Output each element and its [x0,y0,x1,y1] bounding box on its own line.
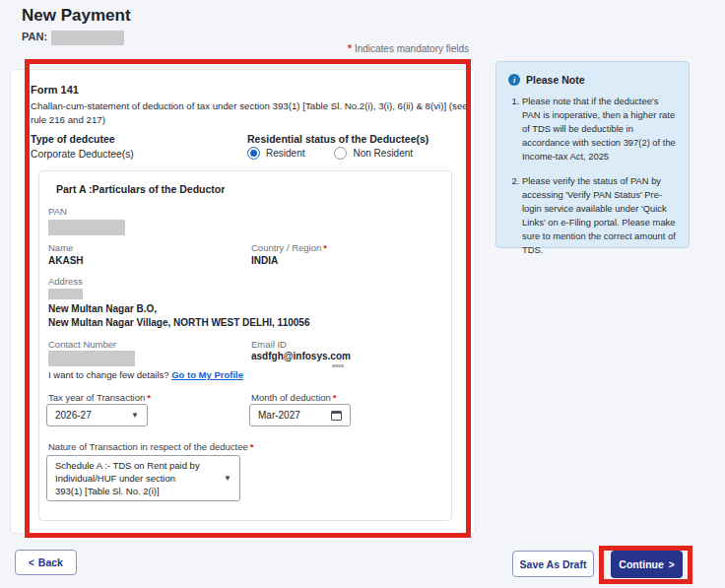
nature-of-transaction-select[interactable]: Schedule A :- TDS on Rent paid by Indivi… [46,455,240,501]
radio-selected-dot [250,150,257,157]
profile-prompt: I want to change few details? Go to My P… [48,369,243,380]
pan-row: PAN: [22,31,124,45]
back-button-label: Back [38,556,63,568]
tax-year-select[interactable]: 2026-27 ▼ [46,404,148,426]
address-line2: New Multan Nagar Village, NORTH WEST DEL… [48,317,309,328]
mandatory-text: Indicates mandatory fields [355,43,469,54]
pan-field-redacted [48,220,125,235]
form-number-title: Form 141 [31,84,79,96]
radio-non-resident-label[interactable]: Non Resident [353,148,413,159]
month-label: Month of deduction* [251,392,337,403]
save-as-draft-label: Save As Draft [520,558,587,570]
country-label-text: Country / Region [251,242,321,253]
address-label: Address [48,276,83,287]
tax-year-required-asterisk: * [147,392,151,403]
type-of-deductee-label: Type of dedcutee [31,133,115,145]
note-item: Please note that if the deductee's PAN i… [522,95,679,164]
month-value: Mar-2027 [258,410,300,421]
name-label: Name [48,242,73,253]
contact-number-label: Contact Number [48,339,116,350]
month-label-text: Month of deduction [251,392,331,403]
month-of-deduction-field[interactable]: Mar-2027 [249,404,351,426]
nature-label-text: Nature of Transaction in respect of the … [48,441,248,452]
nature-value: Schedule A :- TDS on Rent paid by Indivi… [55,459,203,498]
pan-label: PAN: [22,31,47,42]
residential-status-label: Residential status of the Deductee(s) [247,133,428,145]
residential-status-radio-group: Resident Non Resident [247,147,413,160]
country-value: INDIA [251,255,278,266]
address-line1: New Multan Nagar B.O, [48,303,157,314]
tax-year-value: 2026-27 [55,410,92,421]
nature-required-asterisk: * [250,441,254,452]
save-as-draft-button[interactable]: Save As Draft [512,551,594,577]
pan-value-redacted [51,31,124,45]
chevron-right-icon: > [669,559,675,570]
chevron-left-icon: < [29,557,34,568]
name-value: AKASH [48,255,84,266]
go-to-my-profile-link[interactable]: Go to My Profile [171,369,243,380]
nature-label: Nature of Transaction in respect of the … [48,441,254,452]
form-description: Challan-cum-statement of deduction of ta… [31,99,470,126]
type-of-deductee-value: Corporate Deductee(s) [31,149,134,160]
month-required-asterisk: * [333,392,337,403]
new-payment-page: New Payment PAN: *Indicates mandatory fi… [0,0,725,588]
chevron-down-icon: ▼ [224,473,231,484]
tax-year-label: Tax year of Transaction* [48,392,151,403]
country-required-asterisk: * [323,242,327,253]
email-value: asdfgh@infosys.com [251,351,351,361]
form-card: Form 141 Challan-cum-statement of deduct… [10,69,476,534]
radio-resident-label[interactable]: Resident [266,148,304,159]
note-header: i Please Note [508,74,679,86]
country-label: Country / Region* [251,242,327,253]
radio-non-resident[interactable] [334,147,347,160]
back-button[interactable]: < Back [15,550,77,575]
note-item: Please verify the status of PAN by acces… [522,174,679,258]
part-a-card: Part A :Particulars of the Deductor PAN … [38,170,452,521]
continue-button-label: Continue [619,558,664,570]
please-note-panel: i Please Note Please note that if the de… [495,61,690,248]
info-icon: i [508,74,520,86]
calendar-icon[interactable] [331,411,342,421]
note-list: Please note that if the deductee's PAN i… [522,95,679,257]
note-title: Please Note [526,74,585,86]
email-underline-dash [332,364,344,367]
continue-button[interactable]: Continue > [611,551,683,578]
mandatory-asterisk: * [348,43,352,54]
part-a-title: Part A :Particulars of the Deductor [56,183,225,195]
pan-field-label: PAN [48,206,67,217]
radio-resident[interactable] [247,147,260,160]
email-label: Email ID [251,339,287,350]
profile-prompt-text: I want to change few details? [48,369,169,380]
contact-number-redacted [48,351,135,366]
chevron-down-icon: ▼ [131,411,139,420]
mandatory-fields-note: *Indicates mandatory fields [348,43,469,54]
tax-year-label-text: Tax year of Transaction [48,392,145,403]
address-redacted [48,289,83,299]
page-title: New Payment [22,6,131,26]
